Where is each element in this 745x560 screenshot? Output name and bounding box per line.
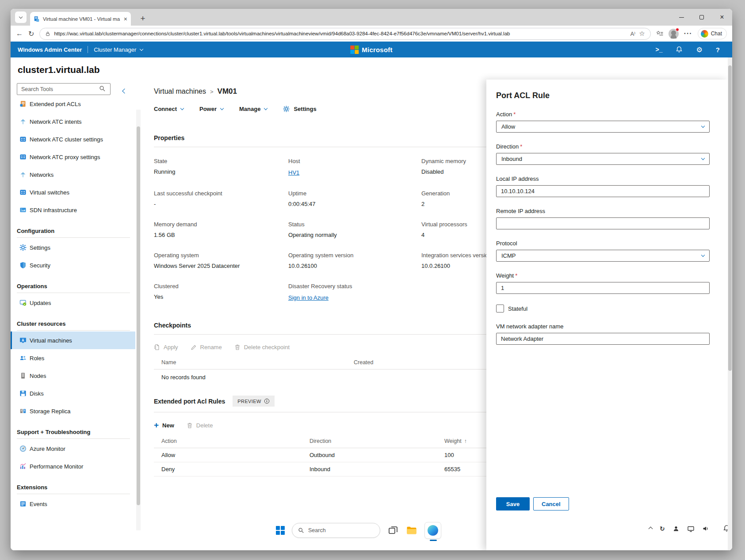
url-bar: ← ↻ https://wac.virtual.lab/clustermanag… bbox=[11, 26, 732, 42]
address-box[interactable]: https://wac.virtual.lab/clustermanager/c… bbox=[39, 28, 650, 40]
save-button[interactable]: Save bbox=[496, 497, 530, 510]
start-button-icon[interactable] bbox=[276, 526, 285, 535]
column-direction[interactable]: Direction bbox=[309, 438, 444, 444]
sidebar-item-performance-monitor[interactable]: Performance Monitor bbox=[11, 457, 135, 475]
cluster-title: cluster1.virtual.lab bbox=[18, 65, 100, 75]
close-button[interactable]: × bbox=[712, 9, 732, 26]
property-label: Clustered bbox=[154, 283, 288, 290]
sidebar-item-roles[interactable]: Roles bbox=[11, 349, 135, 367]
property-label: Operating system bbox=[154, 252, 288, 259]
window-controls: × bbox=[671, 9, 732, 26]
cancel-button[interactable]: Cancel bbox=[533, 497, 569, 510]
favorite-star-icon[interactable]: ☆ bbox=[639, 30, 645, 38]
breadcrumb-virtual-machines[interactable]: Virtual machines bbox=[154, 88, 206, 95]
refresh-icon[interactable]: ↻ bbox=[28, 30, 34, 38]
file-explorer-icon[interactable] bbox=[406, 525, 417, 536]
chevron-down-icon bbox=[701, 253, 705, 257]
property-value-link[interactable]: HV1 bbox=[288, 169, 299, 176]
sidebar-item-extended-port-acls[interactable]: Extended port ACLs bbox=[11, 95, 135, 113]
tab-favicon-server-icon bbox=[34, 16, 40, 22]
property-value-link[interactable]: Sign in to Azure bbox=[288, 294, 329, 301]
preview-badge: PREVIEW bbox=[233, 396, 275, 407]
search-tools-input[interactable] bbox=[17, 83, 111, 95]
search-icon bbox=[298, 527, 304, 533]
sidebar-item-events[interactable]: Events bbox=[11, 495, 135, 513]
sidebar-section-configuration: Configuration bbox=[11, 224, 135, 237]
minimize-button[interactable] bbox=[671, 9, 692, 26]
stateful-checkbox[interactable] bbox=[496, 305, 504, 312]
local-ip-input[interactable] bbox=[496, 185, 710, 197]
cast-display-icon[interactable] bbox=[687, 525, 695, 532]
connect-button[interactable]: Connect bbox=[154, 106, 183, 112]
column-action[interactable]: Action bbox=[161, 438, 309, 444]
more-menu-icon[interactable]: ··· bbox=[684, 30, 692, 38]
sidebar-item-network-atc-proxy-settings[interactable]: Network ATC proxy settings bbox=[11, 148, 135, 166]
protocol-select[interactable]: ICMP bbox=[496, 250, 710, 262]
sync-icon[interactable]: ↻ bbox=[660, 525, 665, 532]
sidebar-item-updates[interactable]: Updates bbox=[11, 294, 135, 312]
taskbar-search[interactable]: Search bbox=[292, 523, 380, 538]
sidebar-item-network-atc-cluster-settings[interactable]: Network ATC cluster settings bbox=[11, 130, 135, 148]
powershell-icon[interactable]: >_ bbox=[656, 46, 663, 53]
tab-search-dropdown-button[interactable] bbox=[15, 11, 27, 23]
sidebar-item-sdn-infrastructure[interactable]: SDN infrastructure bbox=[11, 201, 135, 219]
profile-avatar[interactable] bbox=[669, 29, 679, 39]
back-icon[interactable]: ← bbox=[16, 30, 23, 38]
sidebar-collapse-button[interactable] bbox=[123, 87, 126, 95]
remote-ip-input[interactable] bbox=[496, 217, 710, 229]
apply-checkpoint-button[interactable]: Apply bbox=[154, 344, 178, 350]
sidebar-item-label: Azure Monitor bbox=[30, 446, 65, 452]
help-icon[interactable]: ? bbox=[716, 46, 720, 53]
sidebar-item-label: Extended port ACLs bbox=[30, 101, 81, 107]
action-select[interactable]: Allow bbox=[496, 121, 710, 133]
new-tab-button[interactable]: + bbox=[137, 13, 149, 24]
sidebar-item-settings[interactable]: Settings bbox=[11, 239, 135, 256]
tool-switcher[interactable]: Cluster Manager bbox=[94, 46, 143, 53]
adapter-name-input[interactable] bbox=[496, 333, 710, 345]
direction-select[interactable]: Inbound bbox=[496, 153, 710, 165]
disk-icon bbox=[19, 390, 27, 397]
delete-acl-rule-button[interactable]: Delete bbox=[187, 422, 213, 429]
rename-checkpoint-button[interactable]: Rename bbox=[191, 344, 222, 350]
people-icon[interactable] bbox=[672, 525, 680, 532]
maximize-icon bbox=[699, 15, 704, 19]
sidebar-section-support-troubleshooting: Support + Troubleshooting bbox=[11, 425, 135, 438]
volume-icon[interactable] bbox=[702, 525, 709, 532]
info-icon[interactable] bbox=[264, 398, 270, 404]
microsoft-logo: Microsoft bbox=[350, 42, 392, 57]
close-icon: × bbox=[720, 13, 724, 21]
page-scrollbar[interactable] bbox=[728, 57, 732, 550]
settings-gear-icon[interactable]: ⚙ bbox=[696, 46, 702, 54]
plus-icon: + bbox=[154, 421, 159, 429]
column-name[interactable]: Name bbox=[161, 359, 354, 366]
settings-button[interactable]: Settings bbox=[283, 106, 316, 112]
sidebar-item-azure-monitor[interactable]: Azure Monitor bbox=[11, 440, 135, 457]
picture-icon bbox=[19, 206, 27, 213]
manage-button[interactable]: Manage bbox=[239, 106, 267, 112]
edge-browser-icon[interactable] bbox=[424, 522, 441, 539]
delete-checkpoint-button[interactable]: Delete checkpoint bbox=[234, 344, 290, 350]
sidebar-item-storage-replica[interactable]: Storage Replica bbox=[11, 402, 135, 420]
sidebar-item-nodes[interactable]: Nodes bbox=[11, 367, 135, 385]
read-aloud-icon[interactable]: A⁾ bbox=[630, 30, 635, 37]
sidebar-item-virtual-machines[interactable]: Virtual machines bbox=[11, 331, 135, 349]
notifications-bell-icon[interactable] bbox=[676, 46, 683, 53]
task-view-icon[interactable] bbox=[387, 525, 399, 536]
sidebar-item-networks[interactable]: Networks bbox=[11, 166, 135, 183]
grid-icon bbox=[19, 136, 27, 143]
tray-chevron-up-icon[interactable] bbox=[649, 527, 653, 531]
property-last-successful-checkpoint: Last successful checkpoint- bbox=[154, 190, 288, 207]
weight-input[interactable] bbox=[496, 282, 710, 294]
sidebar-item-disks[interactable]: Disks bbox=[11, 385, 135, 402]
new-acl-rule-button[interactable]: + New bbox=[154, 422, 174, 429]
maximize-button[interactable] bbox=[692, 9, 712, 26]
sidebar-item-security[interactable]: Security bbox=[11, 256, 135, 274]
copilot-chat-button[interactable]: Chat bbox=[698, 28, 727, 39]
browser-tab[interactable]: Virtual machine VM01 - Virtual ma × bbox=[30, 12, 131, 26]
power-button[interactable]: Power bbox=[199, 106, 223, 112]
favorites-bar-icon[interactable] bbox=[656, 30, 663, 37]
sidebar-scrollbar[interactable] bbox=[136, 110, 141, 530]
tab-close-icon[interactable]: × bbox=[124, 16, 127, 22]
sidebar-item-network-atc-intents[interactable]: Network ATC intents bbox=[11, 113, 135, 130]
sidebar-item-virtual-switches[interactable]: Virtual switches bbox=[11, 183, 135, 201]
